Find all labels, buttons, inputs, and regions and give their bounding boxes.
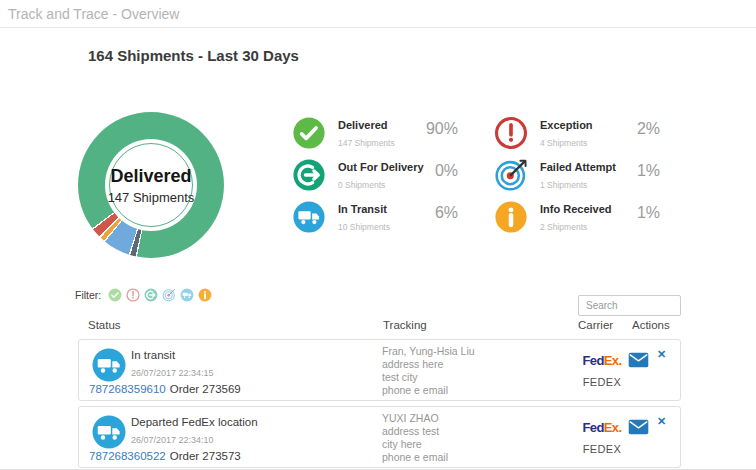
stat-percentage: 90% [426, 120, 458, 138]
shipment-status: In transit [131, 349, 175, 361]
fedex-logo: FedEx. [573, 420, 631, 435]
recipient-city: city here [382, 438, 448, 451]
stat-delivered: Delivered 147 Shipments 90% [292, 116, 458, 150]
donut-hole: Delivered 147 Shipments [105, 139, 197, 231]
target-dart-icon [494, 158, 528, 192]
shipment-datetime: 26/07/2017 22:34:15 [131, 368, 214, 378]
stat-label: Out For Delivery [338, 161, 424, 173]
app-title: Track and Trace - Overview [8, 0, 179, 28]
stat-label: Info Received [540, 203, 612, 215]
recipient-name: YUXI ZHAO [382, 412, 448, 425]
table-header-status: Status [88, 319, 121, 331]
shipment-row: In transit 26/07/2017 22:34:15 787268359… [78, 339, 681, 401]
table-header-tracking: Tracking [383, 319, 427, 331]
carrier-name: FEDEX [573, 443, 631, 455]
envelope-icon [628, 419, 649, 435]
search-input[interactable] [578, 295, 681, 316]
info-circle-icon [494, 200, 528, 234]
top-bar: Track and Trace - Overview [0, 0, 756, 28]
track-and-trace-page: Track and Trace - Overview 164 Shipments… [0, 0, 756, 470]
filter-bar: Filter: [75, 288, 212, 302]
stat-sublabel: 147 Shipments [338, 138, 395, 148]
envelope-icon [628, 352, 649, 368]
out-for-delivery-icon [292, 158, 326, 192]
recipient-contact: phone e email [382, 384, 475, 397]
remove-shipment-button[interactable]: ✕ [657, 415, 666, 428]
carrier-cell: FedEx. FEDEX [573, 353, 631, 388]
donut-center: Delivered 147 Shipments [108, 166, 195, 205]
filter-out-for-delivery-icon[interactable] [144, 288, 158, 302]
tracking-number-link[interactable]: 787268359610 [89, 383, 166, 395]
stat-label: Exception [540, 119, 593, 131]
email-button[interactable] [628, 352, 649, 368]
filter-target-dart-icon[interactable] [162, 288, 176, 302]
recipient-name: Fran, Yung-Hsia Liu [382, 345, 475, 358]
recipient-address: YUXI ZHAO address test city here phone e… [382, 412, 448, 464]
stat-label: In Transit [338, 203, 387, 215]
stat-label: Delivered [338, 119, 388, 131]
filter-truck-icon[interactable] [180, 288, 194, 302]
recipient-contact: phone e email [382, 451, 448, 464]
stat-sublabel: 2 Shipments [540, 222, 587, 232]
stat-sublabel: 10 Shipments [338, 222, 390, 232]
email-button[interactable] [628, 419, 649, 435]
recipient-city: test city [382, 371, 475, 384]
page-title: 164 Shipments - Last 30 Days [88, 47, 299, 64]
exclamation-circle-icon [494, 116, 528, 150]
truck-icon [91, 414, 127, 450]
shipments-donut-chart: Delivered 147 Shipments [78, 112, 224, 258]
shipment-row: Departed FedEx location 26/07/2017 22:34… [78, 406, 681, 468]
recipient-address-line: address here [382, 358, 475, 371]
stat-exception: Exception 4 Shipments 2% [494, 116, 660, 150]
order-number: Order 273573 [170, 450, 241, 462]
fedex-logo: FedEx. [573, 353, 631, 368]
stat-info-received: Info Received 2 Shipments 1% [494, 200, 660, 234]
stat-percentage: 6% [435, 204, 458, 222]
stat-percentage: 0% [435, 162, 458, 180]
carrier-name: FEDEX [573, 376, 631, 388]
truck-icon [91, 347, 127, 383]
filter-info-circle-icon[interactable] [198, 288, 212, 302]
stat-out-for-delivery: Out For Delivery 0 Shipments 0% [292, 158, 458, 192]
stat-sublabel: 1 Shipments [540, 180, 587, 190]
filter-label: Filter: [75, 289, 101, 301]
truck-icon [292, 200, 326, 234]
donut-center-label: Delivered [108, 166, 195, 187]
recipient-address-line: address test [382, 425, 448, 438]
table-header-actions: Actions [632, 319, 670, 331]
stat-sublabel: 0 Shipments [338, 180, 385, 190]
order-number: Order 273569 [170, 383, 241, 395]
shipment-status: Departed FedEx location [131, 416, 258, 428]
x-icon: ✕ [657, 415, 666, 427]
stat-percentage: 1% [637, 204, 660, 222]
stat-percentage: 1% [637, 162, 660, 180]
filter-check-circle-icon[interactable] [108, 288, 122, 302]
check-circle-icon [292, 116, 326, 150]
recipient-address: Fran, Yung-Hsia Liu address here test ci… [382, 345, 475, 397]
tracking-number-link[interactable]: 787268360522 [89, 450, 166, 462]
x-icon: ✕ [657, 348, 666, 360]
donut-center-sublabel: 147 Shipments [108, 190, 195, 205]
status-stats-grid: Delivered 147 Shipments 90% Exception 4 … [292, 116, 660, 234]
stat-in-transit: In Transit 10 Shipments 6% [292, 200, 458, 234]
stat-failed-attempt: Failed Attempt 1 Shipments 1% [494, 158, 660, 192]
table-header-carrier: Carrier [578, 319, 613, 331]
shipment-datetime: 26/07/2017 22:34:10 [131, 435, 214, 445]
remove-shipment-button[interactable]: ✕ [657, 348, 666, 361]
stat-label: Failed Attempt [540, 161, 616, 173]
filter-exclamation-circle-icon[interactable] [126, 288, 140, 302]
stat-percentage: 2% [637, 120, 660, 138]
carrier-cell: FedEx. FEDEX [573, 420, 631, 455]
stat-sublabel: 4 Shipments [540, 138, 587, 148]
